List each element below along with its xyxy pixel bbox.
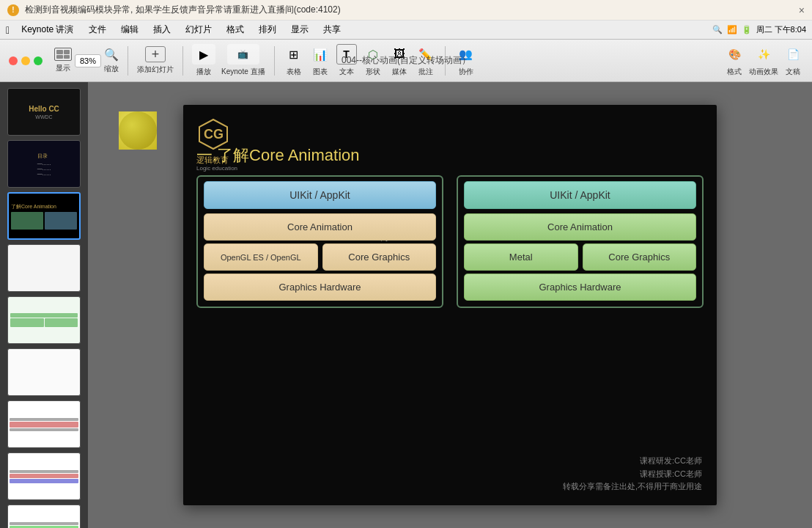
slide-thumbnail-6[interactable] <box>7 348 81 396</box>
maximize-window-button[interactable] <box>34 56 43 65</box>
apple-logo[interactable]:  <box>6 24 10 36</box>
keynote-live-button[interactable]: 📺 Keynote 直播 <box>221 44 265 77</box>
play-button[interactable]: ▶ 播放 <box>192 44 215 77</box>
menu-slides[interactable]: 幻灯片 <box>180 22 218 37</box>
display-button[interactable]: 显示 <box>54 48 72 73</box>
add-slide-button[interactable]: + 添加幻灯片 <box>137 46 174 75</box>
annotation-label: 批注 <box>418 67 433 77</box>
slide-thumb-wrapper-6: 6 <box>7 348 81 396</box>
left-core-graphics-cell: Core Graphics <box>322 243 437 271</box>
yellow-ball <box>119 111 157 150</box>
shape-label: 形状 <box>366 67 380 77</box>
menu-view[interactable]: 显示 <box>285 22 314 37</box>
menu-file[interactable]: 文件 <box>83 22 112 37</box>
format-panel-button[interactable]: 🎨 格式 <box>724 44 745 77</box>
slide-thumb-wrapper-2: 2 目录 —...... —...... —...... <box>7 140 81 188</box>
right-metal-row: Metal Core Graphics <box>458 242 702 272</box>
play-label: 播放 <box>196 67 211 77</box>
zoom-control: 显示 83% 🔍 缩放 <box>54 48 119 74</box>
slide-thumbnail-5[interactable] <box>7 296 81 344</box>
menu-bar:  Keynote 讲演 文件 编辑 插入 幻灯片 格式 排列 显示 共享 🔍 … <box>0 21 812 40</box>
menu-arrange[interactable]: 排列 <box>253 22 282 37</box>
slide-thumbnail-9[interactable] <box>7 505 81 528</box>
right-graphics-hardware-cell: Graphics Hardware <box>464 274 696 301</box>
toolbar-divider-3 <box>274 46 275 76</box>
svg-text:CG: CG <box>204 127 224 142</box>
close-window-button[interactable] <box>9 56 18 65</box>
toolbar: 显示 83% 🔍 缩放 + 添加幻灯片 004--核心动画(自定义转场动画） ▶… <box>0 40 812 82</box>
slide-thumbnail-2[interactable]: 目录 —...... —...... —...... <box>7 140 81 188</box>
right-metal-cell: Metal <box>464 243 578 271</box>
slides-sidebar: 1 Hello CC WWDC 2 目录 —...... —...... —..… <box>0 82 88 528</box>
notification-bar: ! 检测到音视频编码模块异常, 如果学生反馈声音异常请重新进入直播间(code:… <box>0 0 812 21</box>
left-diagram: UIKit / AppKit Core Animation OpenGL ES … <box>196 175 443 308</box>
footer-line2: 课程授课:CC老师 <box>563 468 702 481</box>
menu-format[interactable]: 格式 <box>221 22 250 37</box>
notification-text: 检测到音视频编码模块异常, 如果学生反馈声音异常请重新进入直播间(code:41… <box>25 4 341 16</box>
text-label: 文本 <box>339 67 354 77</box>
slide-thumb-wrapper-8: 8 <box>7 452 81 500</box>
left-graphics-hardware-cell: Graphics Hardware <box>204 274 436 301</box>
left-opengl-row: OpenGL ES / OpenGL Core Graphics <box>198 242 442 272</box>
animate-label: 动画效果 <box>749 67 778 77</box>
menu-edit[interactable]: 编辑 <box>115 22 144 37</box>
animate-button[interactable]: ✨ 动画效果 <box>749 44 778 77</box>
chart-button[interactable]: 📊 图表 <box>310 44 331 77</box>
toolbar-title: 004--核心动画(自定义转场动画） <box>342 54 470 67</box>
menu-datetime: 周二 下午8:04 <box>756 24 806 35</box>
document-label: 文稿 <box>786 67 800 77</box>
slide-thumb-wrapper-4: 4 <box>7 244 81 292</box>
right-diagram-header-row: UIKit / AppKit <box>458 177 702 212</box>
slide-title: 一.了解Core Animation <box>196 144 360 166</box>
diagrams-container: UIKit / AppKit Core Animation OpenGL ES … <box>196 175 704 308</box>
slide-thumbnail-8[interactable] <box>7 452 81 500</box>
menu-insert[interactable]: 插入 <box>147 22 177 37</box>
footer-line1: 课程研发:CC老师 <box>563 455 702 468</box>
add-slide-label: 添加幻灯片 <box>137 65 174 75</box>
menu-wifi-icon: 📶 <box>727 25 737 34</box>
notification-close-button[interactable]: × <box>799 4 805 16</box>
zoom-button[interactable]: 🔍 缩放 <box>104 48 119 74</box>
slide-thumbnail-3[interactable]: 了解Core Animation <box>7 192 81 240</box>
slide-thumbnail-1[interactable]: Hello CC WWDC <box>7 88 81 136</box>
keynote-live-label: Keynote 直播 <box>221 67 265 77</box>
menu-share[interactable]: 共享 <box>317 22 347 37</box>
slide-thumb-wrapper-5: 5 <box>7 296 81 344</box>
canvas-area[interactable]: CG 逻辑教育 Logic education 一.了解Core Animati… <box>88 82 812 528</box>
slide-footer: 课程研发:CC老师 课程授课:CC老师 转载分享需备注出处,不得用于商业用途 <box>563 455 702 494</box>
menu-keynote[interactable]: Keynote 讲演 <box>15 22 79 37</box>
right-core-graphics-cell: Core Graphics <box>583 243 697 271</box>
right-diagram: UIKit / AppKit Core Animation Metal Core… <box>457 175 704 308</box>
left-core-animation-row: Core Animation <box>198 212 442 242</box>
slide-thumbnail-4[interactable] <box>7 244 81 292</box>
toolbar-divider-2 <box>182 46 183 76</box>
slide-thumb-wrapper-3: 3 了解Core Animation <box>7 192 81 240</box>
slide-thumb-wrapper-7: 7 <box>7 400 81 448</box>
window-controls <box>9 56 43 65</box>
table-button[interactable]: ⊞ 表格 <box>284 44 304 77</box>
format-label: 格式 <box>727 67 742 77</box>
slide-thumbnail-7[interactable] <box>7 400 81 448</box>
left-uikit-cell: UIKit / AppKit <box>204 181 436 209</box>
left-core-animation-cell: Core Animation <box>204 213 436 241</box>
right-uikit-cell: UIKit / AppKit <box>464 181 696 209</box>
left-graphics-hardware-row: Graphics Hardware <box>198 272 442 307</box>
display-label: 显示 <box>56 63 70 73</box>
menu-battery-icon: 🔋 <box>742 25 752 34</box>
document-button[interactable]: 📄 文稿 <box>783 44 803 77</box>
right-graphics-hardware-row: Graphics Hardware <box>458 272 702 307</box>
zoom-value[interactable]: 83% <box>75 54 101 67</box>
footer-line3: 转载分享需备注出处,不得用于商业用途 <box>563 480 702 494</box>
media-label: 媒体 <box>392 67 407 77</box>
zoom-label: 缩放 <box>104 64 119 74</box>
right-toolbar: 🎨 格式 ✨ 动画效果 📄 文稿 <box>724 44 803 77</box>
table-label: 表格 <box>287 67 301 77</box>
collab-label: 协作 <box>459 67 473 77</box>
slide-canvas[interactable]: CG 逻辑教育 Logic education 一.了解Core Animati… <box>183 105 717 505</box>
chart-label: 图表 <box>313 67 328 77</box>
minimize-window-button[interactable] <box>21 56 30 65</box>
slide-thumb-wrapper-1: 1 Hello CC WWDC <box>7 88 81 136</box>
right-core-animation-row: Core Animation <box>458 212 702 242</box>
menu-search-icon[interactable]: 🔍 <box>712 25 723 34</box>
menu-bar-right: 🔍 📶 🔋 周二 下午8:04 <box>712 24 806 35</box>
